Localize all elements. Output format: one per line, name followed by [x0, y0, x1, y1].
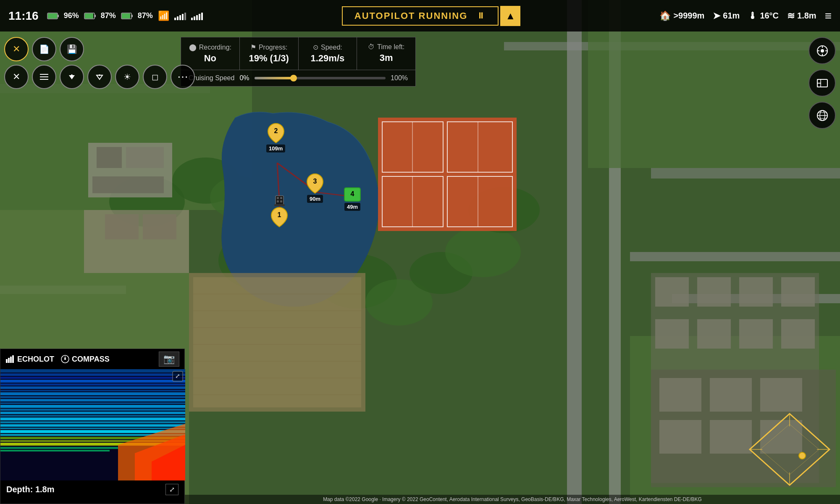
location-button[interactable] — [808, 37, 836, 64]
map-view-button[interactable] — [808, 69, 836, 97]
status-left: 11:16 96% 87% — [8, 9, 203, 23]
svg-rect-110 — [10, 357, 12, 363]
timeleft-value: 3m — [365, 52, 408, 63]
svg-rect-56 — [781, 319, 815, 349]
waypoint-2[interactable]: 2 109m — [266, 122, 285, 152]
battery3-indicator — [121, 12, 133, 20]
temp-stat: 🌡 16°C — [748, 10, 779, 21]
progress-label: ⚑ Progress: — [247, 43, 291, 51]
waypoint-3[interactable]: 3 90m — [306, 172, 324, 203]
speed-value: 1.29m/s — [306, 53, 349, 64]
telemetry-panel: ⬤ Recording: No ⚑ Progress: 19% (1/3) ⊙ … — [181, 37, 416, 87]
timeleft-label: ⏱ Time left: — [365, 43, 408, 51]
svg-rect-103 — [277, 197, 279, 199]
svg-rect-133 — [0, 424, 185, 427]
svg-rect-134 — [0, 428, 185, 429]
more-button[interactable]: ⋯ — [171, 65, 195, 89]
svg-rect-107 — [274, 204, 285, 206]
recording-value: No — [189, 53, 232, 64]
brightness-button[interactable]: ☀ — [115, 65, 139, 89]
svg-rect-68 — [58, 15, 59, 17]
svg-rect-69 — [48, 13, 57, 18]
svg-rect-46 — [105, 214, 139, 239]
battery2-indicator — [84, 12, 96, 20]
menu-button[interactable]: ≡ — [825, 9, 832, 23]
svg-rect-123 — [0, 392, 185, 395]
svg-rect-111 — [12, 355, 14, 363]
waypoint-3-label: 90m — [307, 195, 323, 203]
cruising-pct: 0% — [239, 74, 249, 82]
autopilot-up-button[interactable]: ▲ — [500, 6, 520, 26]
nav-stat: ➤ 61m — [713, 10, 740, 21]
svg-point-149 — [799, 452, 806, 459]
left-toolbar: ✕ 📄 💾 ✕ ☀ ◻ ⋯ — [4, 37, 195, 89]
speed-icon: ⊙ — [313, 43, 318, 51]
speed-label: ⊙ Speed: — [306, 43, 349, 51]
svg-rect-117 — [0, 373, 185, 376]
svg-rect-6 — [630, 252, 840, 261]
signal-value: 1.8m — [797, 11, 816, 21]
speed-slider-fill — [255, 77, 294, 79]
svg-point-84 — [821, 49, 824, 52]
svg-rect-108 — [6, 359, 8, 363]
svg-text:3: 3 — [313, 178, 317, 185]
waypoint-4[interactable]: 4 49m — [344, 187, 361, 211]
status-right: 🏠 >9999m ➤ 61m 🌡 16°C ≋ 1.8m ≡ — [659, 9, 832, 23]
altitude-value: >9999m — [673, 11, 704, 21]
waypoint-4-label: 49m — [344, 203, 360, 211]
echolot-title: ECHOLOT — [5, 355, 54, 364]
svg-point-82 — [99, 74, 100, 76]
svg-rect-1 — [567, 0, 582, 504]
svg-rect-52 — [781, 277, 815, 307]
globe-button[interactable] — [808, 102, 836, 129]
svg-rect-119 — [0, 380, 185, 383]
minimap — [748, 412, 832, 487]
svg-rect-24 — [193, 277, 361, 407]
depth-label: Depth: 1.8m — [6, 485, 54, 494]
svg-rect-42 — [97, 147, 122, 168]
nav2-button[interactable] — [87, 65, 112, 89]
telemetry-top: ⬤ Recording: No ⚑ Progress: 19% (1/3) ⊙ … — [181, 37, 415, 70]
progress-value: 19% (1/3) — [247, 53, 291, 64]
settings-button[interactable] — [32, 65, 56, 89]
svg-rect-122 — [0, 390, 185, 391]
svg-rect-109 — [8, 358, 10, 363]
echolot-footer: Depth: 1.8m ⤢ — [0, 480, 184, 499]
progress-icon: ⚑ — [250, 43, 256, 51]
autopilot-button[interactable]: AUTOPILOT RUNNING ⏸ — [342, 6, 499, 26]
wifi-icon: 📶 — [158, 10, 169, 21]
svg-rect-124 — [0, 396, 185, 398]
temperature-value: 16°C — [760, 11, 779, 21]
nav1-button[interactable] — [60, 65, 84, 89]
battery1-pct: 96% — [64, 11, 79, 20]
svg-rect-72 — [85, 13, 93, 18]
svg-rect-106 — [280, 200, 282, 202]
file-button[interactable]: 📄 — [32, 37, 56, 61]
svg-rect-43 — [126, 147, 164, 168]
toolbar-row2: ✕ ☀ ◻ ⋯ — [4, 65, 195, 89]
echolot-header: ECHOLOT COMPASS 📷 — [0, 349, 184, 369]
compass-title: COMPASS — [61, 355, 110, 364]
camera-snapshot-button[interactable]: 📷 — [159, 352, 179, 367]
speed-cell: ⊙ Speed: 1.29m/s — [299, 37, 357, 70]
battery1-indicator — [47, 12, 59, 20]
progress-cell: ⚑ Progress: 19% (1/3) — [240, 37, 299, 70]
close-button-2[interactable]: ✕ — [4, 65, 29, 89]
distance-value: 61m — [723, 11, 740, 21]
svg-rect-71 — [94, 15, 96, 17]
speed-slider-thumb — [290, 75, 297, 81]
toolbar-row1: ✕ 📄 💾 — [4, 37, 195, 61]
battery3-pct: 87% — [138, 11, 153, 20]
telemetry-bottom: Cruising Speed 0% 100% — [181, 70, 415, 86]
signal-bars — [174, 12, 186, 20]
echolot-expand-button[interactable]: ⤢ — [165, 484, 178, 495]
svg-rect-55 — [739, 319, 773, 349]
svg-rect-127 — [0, 405, 185, 408]
speed-slider[interactable] — [255, 77, 386, 79]
save-button[interactable]: 💾 — [60, 37, 84, 61]
svg-rect-144 — [0, 450, 110, 452]
camera-tool-button[interactable]: ◻ — [143, 65, 167, 89]
echolot-canvas: ⤢ — [0, 369, 185, 480]
close-button-1[interactable]: ✕ — [4, 37, 29, 61]
svg-rect-104 — [280, 197, 282, 199]
